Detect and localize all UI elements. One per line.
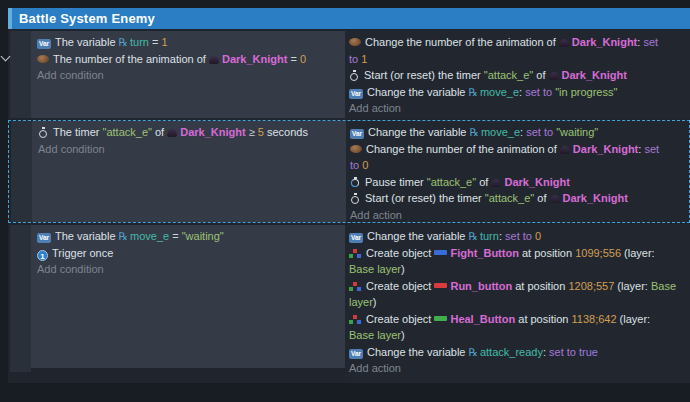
text-segment: Change the variable [367,86,469,98]
text-segment: = [149,36,162,48]
text-segment: Trigger once [52,247,113,259]
actions-cell[interactable]: Change the number of the animation of Da… [345,31,690,118]
event-variable-icon [469,228,478,245]
event-margin[interactable] [10,31,31,118]
action-row[interactable]: Change the variable turn: set to 0 [349,228,684,245]
text-segment: Run_button [450,280,512,292]
condition-row[interactable]: The number of the animation of Dark_Knig… [37,51,339,68]
text-segment: (layer: [621,247,655,259]
event-block[interactable]: The variable turn = 1The number of the a… [8,31,690,118]
event-variable-icon [469,344,478,361]
text-segment: Dark_Knight [504,176,569,188]
text-segment: of [476,176,491,188]
run-button-icon [434,283,447,288]
heal-button-icon [434,316,447,321]
text-segment: "attack_e" [484,69,533,81]
text-segment: "attack_e" [103,126,152,138]
text-segment: Change the number of the animation of [366,143,560,155]
actions-cell[interactable]: Change the variable turn: set to 0Create… [345,225,690,383]
text-segment: set [643,36,658,48]
text-segment: Base layer [349,263,401,275]
text-segment: The timer [53,126,103,138]
text-segment: set to [526,126,556,138]
action-row[interactable]: Pause timer "attack_e" of Dark_Knight [350,174,683,191]
condition-row[interactable]: Trigger once [37,245,339,262]
text-segment: 1138;642 [571,313,616,325]
text-segment: Dark_Knight [222,53,287,65]
text-segment: of [533,69,548,81]
event-group-header[interactable]: Battle System Enemy [8,8,690,29]
dark-knight-icon [560,146,570,154]
text-segment: Base [651,280,676,292]
text-segment: seconds [264,126,308,138]
text-segment: Change the number of the animation of [365,36,559,48]
event-sheet: Battle System Enemy The variable turn = … [8,8,690,383]
event-block[interactable]: The variable move_e = "waiting"Trigger o… [8,225,690,383]
add-condition-link[interactable]: Add condition [37,67,339,84]
action-row[interactable]: Start (or reset) the timer "attack_e" of… [349,67,684,84]
text-segment: set to [505,230,535,242]
action-row[interactable]: Create objectFight_Button at position 10… [349,245,684,278]
event-block[interactable]: The timer "attack_e" of Dark_Knight ≥ 5 … [8,120,690,223]
timer-icon [349,70,360,81]
text-segment: 1099;556 [575,247,621,259]
condition-row[interactable]: The variable turn = 1 [37,34,339,51]
text-segment: at position [512,280,568,292]
text-segment: Create object [366,280,431,292]
actions-cell[interactable]: Change the variable move_e: set to "wait… [346,121,689,222]
dark-knight-icon [550,195,560,203]
create-object-icon [349,281,362,292]
text-segment: Dark_Knight [573,143,638,155]
action-row[interactable]: Change the variable attack_ready: set to… [349,344,684,361]
pause-timer-icon [350,177,361,188]
event-variable-icon [119,34,128,51]
conditions-cell[interactable]: The timer "attack_e" of Dark_Knight ≥ 5 … [32,121,346,222]
conditions-cell[interactable]: The variable turn = 1The number of the a… [31,31,345,118]
text-segment: Start (or reset) the timer [364,69,484,81]
text-segment: "attack_e" [427,176,476,188]
text-segment: move_e [130,230,169,242]
add-action-link[interactable]: Add action [349,100,684,117]
add-action-link[interactable]: Add action [350,207,683,223]
text-segment: 0 [362,159,368,171]
event-variable-icon [469,84,478,101]
text-segment: Dark_Knight [562,69,627,81]
text-segment: ≥ [246,126,258,138]
text-segment: Change the variable [367,346,469,358]
text-segment: The variable [55,230,119,242]
text-segment: "waiting" [556,126,598,138]
variable-badge-icon [350,129,364,139]
add-action-link[interactable]: Add action [349,360,684,377]
condition-row[interactable]: The variable move_e = "waiting" [37,228,339,245]
action-row[interactable]: Start (or reset) the timer "attack_e" of… [350,190,683,207]
text-segment: of [152,126,167,138]
text-segment: set to [549,346,579,358]
add-condition-link[interactable]: Add condition [38,141,340,158]
action-row[interactable]: Create objectRun_button at position 1208… [349,278,684,311]
variable-badge-icon [349,89,363,99]
action-row[interactable]: Change the number of the animation of Da… [350,141,683,174]
create-object-icon [349,248,362,259]
text-segment: Create object [366,247,431,259]
text-segment: 0 [300,53,306,65]
action-row[interactable]: Create objectHeal_Button at position 113… [349,311,684,344]
action-row[interactable]: Change the variable move_e: set to "in p… [349,84,684,101]
conditions-cell[interactable]: The variable move_e = "waiting"Trigger o… [31,225,345,368]
text-segment: of [534,192,549,204]
text-segment: Change the variable [368,126,470,138]
text-segment: 1 [162,36,168,48]
event-margin[interactable] [10,225,31,372]
condition-row[interactable]: The timer "attack_e" of Dark_Knight ≥ 5 … [38,124,340,141]
dark-knight-icon [167,129,177,137]
animation-icon [349,38,361,46]
action-row[interactable]: Change the number of the animation of Da… [349,34,684,67]
text-segment: to [350,159,362,171]
add-condition-link[interactable]: Add condition [37,261,339,278]
text-segment: Dark_Knight [180,126,245,138]
dark-knight-icon [559,39,569,47]
dark-knight-icon [491,179,501,187]
event-margin[interactable] [11,121,32,222]
text-segment: ) [401,263,405,275]
create-object-icon [349,314,362,325]
action-row[interactable]: Change the variable move_e: set to "wait… [350,124,683,141]
